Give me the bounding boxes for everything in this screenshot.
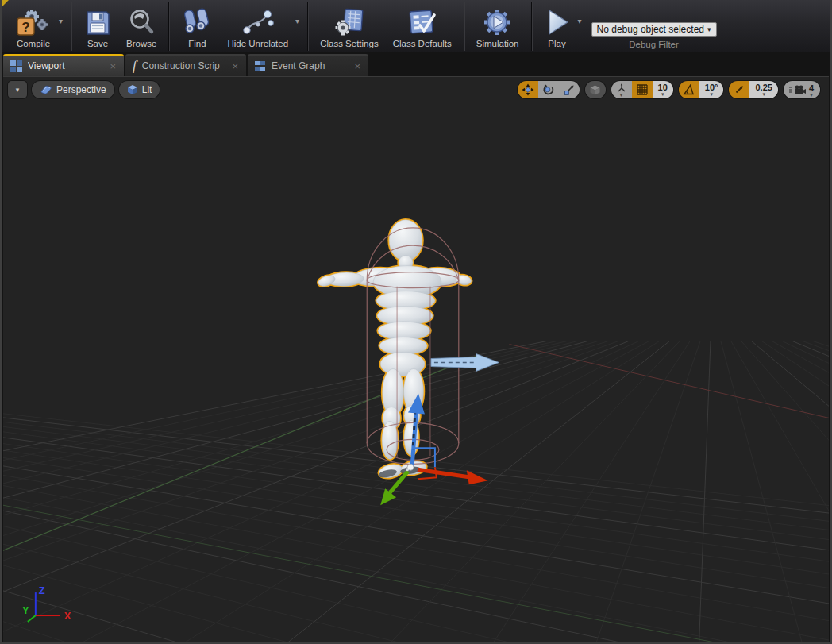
- world-local-space-toggle[interactable]: [585, 81, 606, 98]
- rotate-tool-icon: [542, 83, 555, 96]
- lit-label: Lit: [142, 84, 152, 95]
- simulation-icon: [482, 7, 514, 39]
- class-defaults-icon: [406, 7, 438, 39]
- play-group: Play ▾: [532, 0, 590, 52]
- tab-close-icon[interactable]: ×: [352, 61, 362, 71]
- save-label: Save: [87, 39, 108, 48]
- simulation-button[interactable]: Simulation: [469, 0, 526, 52]
- class-group: Class Settings Class Defaults: [308, 0, 464, 52]
- hide-unrelated-button[interactable]: Hide Unrelated: [220, 0, 295, 52]
- scale-snap-value-button[interactable]: 0.25 ▾: [749, 81, 777, 98]
- rotation-snap-group: 10° ▾: [679, 81, 724, 98]
- axis-z-label: Z: [39, 584, 45, 596]
- rotation-snap-toggle[interactable]: [679, 81, 699, 98]
- save-browse-group: Save Browse: [71, 0, 168, 52]
- find-group: Find Hide Unrelated ▾: [169, 0, 307, 52]
- camera-speed-group: 4 ▾: [784, 81, 820, 98]
- rotation-snap-value-button[interactable]: 10° ▾: [699, 81, 724, 98]
- simulation-label: Simulation: [476, 39, 519, 48]
- scale-snap-group: 0.25 ▾: [729, 81, 777, 98]
- viewport-scene: Z X Y: [3, 77, 829, 642]
- chevron-down-icon: ▾: [16, 86, 20, 94]
- debug-object-dropdown[interactable]: No debug object selected ▾: [591, 22, 717, 37]
- simulation-group: Simulation: [464, 0, 531, 52]
- rotation-snap-icon: [683, 84, 695, 95]
- play-button[interactable]: Play: [537, 0, 578, 52]
- perspective-icon: [40, 85, 52, 94]
- play-icon: [544, 7, 571, 39]
- world-space-cube-icon: [589, 84, 601, 96]
- scale-snap-icon: [734, 84, 745, 95]
- perspective-button[interactable]: Perspective: [32, 81, 114, 98]
- axis-x-label: X: [64, 610, 71, 622]
- dock-corner-accent: [2, 0, 9, 7]
- play-options-caret[interactable]: ▾: [578, 0, 585, 52]
- tab-construction-script[interactable]: f Construction Scrip ×: [125, 54, 246, 76]
- grid-snap-value-button[interactable]: 10 ▾: [653, 81, 673, 98]
- class-defaults-label: Class Defaults: [393, 39, 452, 48]
- hide-unrelated-label: Hide Unrelated: [227, 39, 288, 48]
- browse-icon: [127, 7, 156, 39]
- class-defaults-button[interactable]: Class Defaults: [386, 0, 459, 52]
- viewport-3d[interactable]: Z X Y ▾ Perspective: [3, 76, 829, 642]
- chevron-down-icon: ▾: [661, 92, 664, 97]
- perspective-label: Perspective: [56, 84, 106, 95]
- play-label: Play: [548, 39, 565, 48]
- rotate-tool-button[interactable]: [538, 81, 559, 98]
- find-icon: [181, 7, 213, 39]
- chevron-down-icon: ▾: [710, 92, 713, 97]
- browse-button[interactable]: Browse: [119, 0, 164, 52]
- browse-label: Browse: [126, 39, 156, 48]
- camera-speed-icon: [788, 84, 806, 95]
- tab-label: Event Graph: [272, 60, 347, 71]
- viewport-snap-controls: ▾ 10 ▾: [518, 80, 820, 99]
- camera-speed-button[interactable]: 4 ▾: [784, 81, 820, 98]
- viewport-options-button[interactable]: ▾: [8, 81, 27, 98]
- hide-unrelated-icon: [241, 7, 275, 39]
- chevron-down-icon: ▾: [620, 93, 623, 98]
- function-icon: f: [133, 60, 137, 71]
- tab-label: Viewport: [28, 60, 102, 71]
- tab-close-icon[interactable]: ×: [108, 61, 117, 71]
- chevron-down-icon: ▾: [762, 92, 765, 97]
- save-icon: [83, 7, 112, 39]
- coordinate-space-group: [585, 81, 606, 98]
- grid-snap-icon: [637, 84, 648, 95]
- viewport-tab-icon: [10, 60, 22, 72]
- tab-viewport[interactable]: Viewport ×: [3, 54, 124, 76]
- viewport-left-controls: ▾ Perspective Lit: [8, 80, 160, 99]
- event-graph-tab-icon: [255, 61, 266, 71]
- scale-snap-toggle[interactable]: [729, 81, 749, 98]
- save-button[interactable]: Save: [76, 0, 119, 52]
- chevron-down-icon: ▾: [810, 93, 813, 98]
- blueprint-editor-window: ? Compile ▾: [0, 0, 832, 644]
- find-label: Find: [188, 39, 206, 48]
- compile-button[interactable]: ? Compile: [8, 0, 59, 52]
- debug-filter-label: Debug Filter: [629, 40, 679, 49]
- surface-snap-button[interactable]: ▾: [611, 81, 632, 98]
- grid-snap-toggle[interactable]: [632, 81, 653, 98]
- class-settings-icon: [333, 7, 365, 39]
- compile-options-caret[interactable]: ▾: [59, 0, 66, 52]
- hide-unrelated-caret[interactable]: ▾: [295, 0, 302, 52]
- scale-tool-icon: [563, 83, 576, 96]
- move-tool-button[interactable]: [518, 81, 538, 98]
- camera-speed-value: 4: [809, 84, 814, 93]
- scale-tool-button[interactable]: [559, 81, 580, 98]
- grid-snap-group: ▾ 10 ▾: [611, 81, 673, 98]
- tab-close-icon[interactable]: ×: [230, 61, 240, 71]
- dropdown-caret-icon: ▾: [707, 25, 711, 33]
- document-tabbar: Viewport × f Construction Scrip × Event …: [2, 52, 830, 76]
- compile-group: ? Compile ▾: [3, 0, 71, 52]
- find-button[interactable]: Find: [174, 0, 220, 52]
- lit-button[interactable]: Lit: [119, 81, 160, 98]
- compile-icon: ?: [15, 7, 52, 39]
- debug-filter-area: No debug object selected ▾ Debug Filter: [590, 0, 723, 52]
- tab-label: Construction Scrip: [142, 60, 225, 71]
- compile-label: Compile: [17, 39, 50, 48]
- class-settings-button[interactable]: Class Settings: [313, 0, 386, 52]
- main-toolbar: ? Compile ▾: [2, 0, 830, 52]
- lit-mode-cube-icon: [127, 84, 138, 95]
- class-settings-label: Class Settings: [320, 39, 379, 48]
- tab-event-graph[interactable]: Event Graph ×: [248, 54, 368, 76]
